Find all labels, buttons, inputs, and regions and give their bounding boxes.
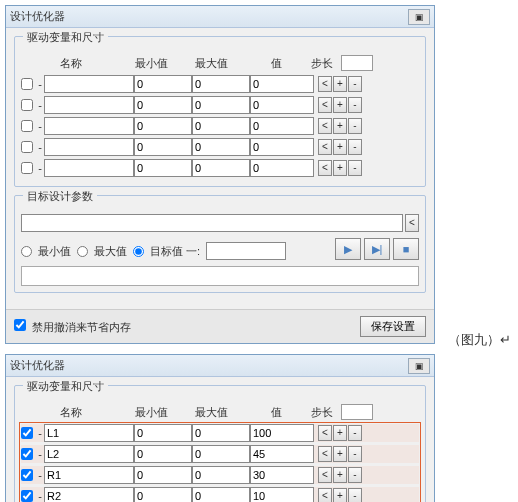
plus-icon[interactable]: + xyxy=(333,139,347,155)
minus-icon[interactable]: - xyxy=(348,97,362,113)
val-input[interactable] xyxy=(250,466,314,484)
min-input[interactable] xyxy=(134,424,192,442)
step-input[interactable] xyxy=(341,55,373,71)
lt-icon[interactable]: < xyxy=(318,139,332,155)
close-icon[interactable]: ▣ xyxy=(408,9,430,25)
close-icon[interactable]: ▣ xyxy=(408,358,430,374)
max-input[interactable] xyxy=(192,424,250,442)
dash-icon: - xyxy=(36,427,44,439)
minus-icon[interactable]: - xyxy=(348,425,362,441)
radio-min[interactable] xyxy=(21,246,32,257)
max-input[interactable] xyxy=(192,117,250,135)
dash-icon: - xyxy=(36,448,44,460)
dash-icon: - xyxy=(36,99,44,111)
target-value-input[interactable] xyxy=(206,242,286,260)
min-input[interactable] xyxy=(134,445,192,463)
name-input[interactable] xyxy=(44,75,134,93)
group-legend: 驱动变量和尺寸 xyxy=(23,30,108,45)
val-input[interactable] xyxy=(250,159,314,177)
name-input[interactable] xyxy=(44,424,134,442)
max-input[interactable] xyxy=(192,466,250,484)
table-row: -<+- xyxy=(21,487,419,502)
max-input[interactable] xyxy=(192,75,250,93)
max-input[interactable] xyxy=(192,138,250,156)
plus-icon[interactable]: + xyxy=(333,160,347,176)
row-checkbox[interactable] xyxy=(21,469,33,481)
name-input[interactable] xyxy=(44,466,134,484)
radio-max[interactable] xyxy=(77,246,88,257)
lt-icon[interactable]: < xyxy=(318,76,332,92)
row-checkbox[interactable] xyxy=(21,448,33,460)
status-bar xyxy=(21,266,419,286)
lt-icon[interactable]: < xyxy=(318,446,332,462)
dash-icon: - xyxy=(36,469,44,481)
minus-icon[interactable]: - xyxy=(348,446,362,462)
name-input[interactable] xyxy=(44,117,134,135)
val-input[interactable] xyxy=(250,96,314,114)
row-checkbox[interactable] xyxy=(21,162,33,174)
play-icon[interactable]: ▶ xyxy=(335,238,361,260)
stop-icon[interactable]: ■ xyxy=(393,238,419,260)
arrow-left-icon[interactable]: < xyxy=(405,214,419,232)
max-input[interactable] xyxy=(192,159,250,177)
max-input[interactable] xyxy=(192,96,250,114)
min-input[interactable] xyxy=(134,487,192,502)
name-input[interactable] xyxy=(44,487,134,502)
table-row: -<+- xyxy=(21,96,419,114)
name-input[interactable] xyxy=(44,159,134,177)
lt-icon[interactable]: < xyxy=(318,160,332,176)
plus-icon[interactable]: + xyxy=(333,97,347,113)
hdr-val: 值 xyxy=(241,56,311,71)
min-input[interactable] xyxy=(134,117,192,135)
plus-icon[interactable]: + xyxy=(333,118,347,134)
lt-icon[interactable]: < xyxy=(318,467,332,483)
plus-icon[interactable]: + xyxy=(333,425,347,441)
minus-icon[interactable]: - xyxy=(348,118,362,134)
min-input[interactable] xyxy=(134,159,192,177)
max-input[interactable] xyxy=(192,487,250,502)
group-variables: 驱动变量和尺寸 名称 最小值 最大值 值 步长 -<+--<+--<+--<+-… xyxy=(14,385,426,502)
plus-icon[interactable]: + xyxy=(333,488,347,502)
val-input[interactable] xyxy=(250,445,314,463)
undo-checkbox[interactable] xyxy=(14,319,26,331)
row-checkbox[interactable] xyxy=(21,120,33,132)
row-checkbox[interactable] xyxy=(21,99,33,111)
table-row: -<+- xyxy=(21,75,419,93)
minus-icon[interactable]: - xyxy=(348,488,362,502)
row-checkbox[interactable] xyxy=(21,490,33,502)
row-checkbox[interactable] xyxy=(21,78,33,90)
min-input[interactable] xyxy=(134,138,192,156)
plus-icon[interactable]: + xyxy=(333,76,347,92)
goal-long-input[interactable] xyxy=(21,214,403,232)
save-button[interactable]: 保存设置 xyxy=(360,316,426,337)
min-input[interactable] xyxy=(134,96,192,114)
row-checkbox[interactable] xyxy=(21,141,33,153)
name-input[interactable] xyxy=(44,445,134,463)
step-icon[interactable]: ▶| xyxy=(364,238,390,260)
val-input[interactable] xyxy=(250,138,314,156)
val-input[interactable] xyxy=(250,487,314,502)
row-checkbox[interactable] xyxy=(21,427,33,439)
step-input[interactable] xyxy=(341,404,373,420)
plus-icon[interactable]: + xyxy=(333,467,347,483)
minus-icon[interactable]: - xyxy=(348,467,362,483)
val-input[interactable] xyxy=(250,75,314,93)
minus-icon[interactable]: - xyxy=(348,160,362,176)
plus-icon[interactable]: + xyxy=(333,446,347,462)
max-input[interactable] xyxy=(192,445,250,463)
name-input[interactable] xyxy=(44,96,134,114)
min-input[interactable] xyxy=(134,466,192,484)
name-input[interactable] xyxy=(44,138,134,156)
minus-icon[interactable]: - xyxy=(348,139,362,155)
lt-icon[interactable]: < xyxy=(318,425,332,441)
lt-icon[interactable]: < xyxy=(318,97,332,113)
lt-icon[interactable]: < xyxy=(318,118,332,134)
minus-icon[interactable]: - xyxy=(348,76,362,92)
dash-icon: - xyxy=(36,78,44,90)
val-input[interactable] xyxy=(250,424,314,442)
header-row: 名称 最小值 最大值 值 步长 xyxy=(21,404,419,420)
radio-target[interactable] xyxy=(133,246,144,257)
min-input[interactable] xyxy=(134,75,192,93)
lt-icon[interactable]: < xyxy=(318,488,332,502)
val-input[interactable] xyxy=(250,117,314,135)
